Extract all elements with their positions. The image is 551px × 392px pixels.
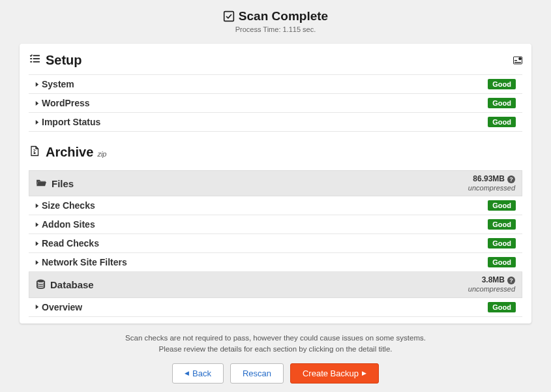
scan-item-label: Network Site Filters (42, 257, 127, 267)
caret-right-icon (34, 100, 39, 106)
svg-rect-5 (33, 61, 40, 63)
group-title: Database (50, 279, 94, 290)
svg-rect-8 (514, 62, 521, 63)
scan-item-label: Read Checks (42, 238, 99, 249)
status-badge: Good (488, 117, 516, 127)
caret-right-icon (34, 82, 39, 87)
scan-item-label: System (42, 79, 74, 89)
scan-item-overview[interactable]: Overview Good (29, 298, 522, 317)
svg-rect-1 (33, 55, 40, 56)
status-badge: Good (488, 219, 516, 230)
status-badge: Good (488, 98, 516, 108)
svg-rect-0 (224, 12, 234, 22)
svg-rect-11 (35, 150, 35, 151)
scan-title-text: Scan Complete (239, 9, 328, 23)
caret-right-icon (34, 222, 39, 227)
scan-item-size-checks[interactable]: Size Checks Good (29, 196, 522, 215)
group-state: uncompressed (468, 285, 515, 293)
svg-rect-12 (34, 151, 35, 151)
checkmark-square-icon (223, 10, 235, 22)
svg-rect-2 (30, 58, 32, 59)
caret-right-icon (34, 119, 39, 125)
scan-item-wordpress[interactable]: WordPress Good (29, 94, 522, 113)
caret-right-icon (34, 305, 39, 310)
package-status-icon (513, 56, 522, 65)
status-badge: Good (488, 238, 516, 249)
folder-open-icon (36, 178, 47, 189)
group-size: 86.93MB (473, 175, 505, 184)
status-badge: Good (488, 257, 516, 267)
section-title-setup: Setup (46, 53, 82, 68)
svg-rect-4 (30, 61, 32, 63)
svg-point-14 (37, 279, 44, 282)
status-badge: Good (488, 79, 516, 89)
scan-item-label: Addon Sites (42, 219, 95, 230)
triangle-left-icon: ◀ (185, 370, 189, 376)
scan-item-system[interactable]: System Good (29, 74, 522, 94)
database-icon (36, 279, 46, 291)
caret-right-icon (34, 241, 39, 246)
group-header-database: Database 3.8MB ? uncompressed (29, 272, 522, 297)
back-button[interactable]: ◀ Back (172, 363, 224, 384)
archive-file-icon (29, 145, 40, 157)
scan-item-import-status[interactable]: Import Status Good (29, 113, 522, 132)
section-header-setup: Setup (29, 49, 522, 74)
status-badge: Good (488, 302, 516, 312)
svg-rect-10 (34, 149, 35, 150)
rescan-button[interactable]: Rescan (230, 363, 284, 384)
footer-note-line2: Please review the details for each secti… (159, 345, 393, 353)
scan-item-label: WordPress (42, 98, 90, 108)
back-button-label: Back (192, 369, 211, 378)
caret-right-icon (34, 203, 39, 208)
group-state: uncompressed (468, 184, 515, 192)
scan-item-label: Import Status (42, 117, 100, 127)
rescan-button-label: Rescan (243, 369, 271, 378)
action-buttons: ◀ Back Rescan Create Backup ▶ (0, 363, 551, 384)
create-backup-button[interactable]: Create Backup ▶ (290, 363, 379, 384)
footer-note: Scan checks are not required to pass, ho… (20, 333, 531, 354)
checklist-icon (29, 53, 40, 65)
scan-item-network-site-filters[interactable]: Network Site Filters Good (29, 253, 522, 272)
help-icon[interactable]: ? (507, 175, 515, 183)
footer-note-line1: Scan checks are not required to pass, ho… (125, 334, 426, 342)
svg-rect-7 (514, 60, 517, 61)
create-backup-button-label: Create Backup (303, 369, 359, 378)
setup-items: System Good WordPress Good Import Status… (29, 74, 522, 132)
section-title-archive: Archive (46, 145, 93, 160)
group-header-files: Files 86.93MB ? uncompressed (29, 170, 522, 196)
scan-header: Scan Complete Process Time: 1.115 sec. (0, 0, 551, 37)
scan-item-label: Size Checks (42, 200, 95, 211)
process-time-label: Process Time: 1.115 sec. (0, 25, 551, 33)
group-size: 3.8MB (482, 276, 505, 285)
scan-item-label: Overview (42, 302, 82, 312)
archive-format-label: zip (97, 150, 106, 158)
svg-rect-13 (34, 153, 36, 154)
section-header-archive: Archive zip (29, 132, 522, 166)
help-icon[interactable]: ? (507, 277, 515, 284)
svg-point-9 (518, 57, 522, 60)
scan-item-addon-sites[interactable]: Addon Sites Good (29, 215, 522, 234)
scan-title: Scan Complete (223, 9, 328, 23)
scan-results-card: Setup System Good (20, 44, 531, 324)
triangle-right-icon: ▶ (362, 370, 366, 376)
status-badge: Good (488, 200, 516, 211)
caret-right-icon (34, 260, 39, 265)
scan-item-read-checks[interactable]: Read Checks Good (29, 234, 522, 253)
group-title: Files (52, 178, 74, 189)
svg-rect-3 (33, 58, 40, 59)
